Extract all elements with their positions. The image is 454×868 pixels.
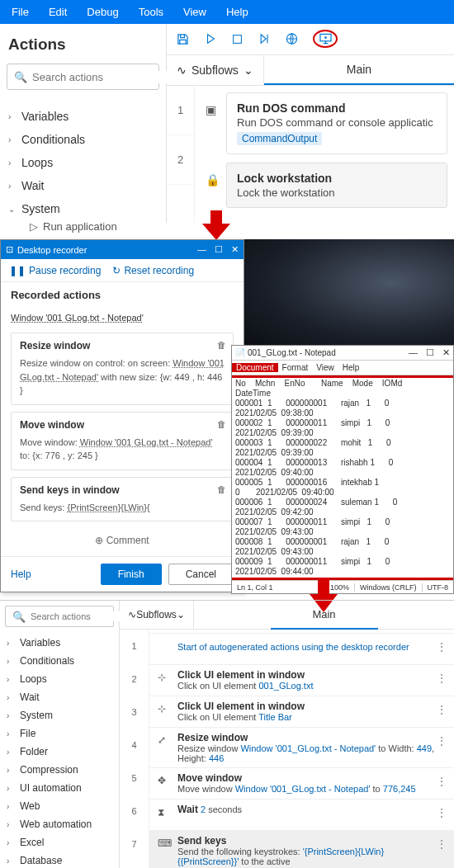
tree-folder[interactable]: ›Folder <box>5 743 114 761</box>
menu-edit[interactable]: Edit <box>49 6 67 18</box>
step-move-window[interactable]: ✥⋮Move windowMove window Window '001_GLo… <box>149 767 454 799</box>
tree-web-automation[interactable]: ›Web automation <box>5 815 114 833</box>
step-run-dos[interactable]: ▣ Run DOS command Run DOS command or con… <box>226 92 447 154</box>
tab-main[interactable]: Main <box>271 601 378 630</box>
step-click-ui-element-in-window[interactable]: ⊹⋮Click UI element in windowClick on UI … <box>149 664 454 696</box>
np-menu-document[interactable]: Document <box>232 363 278 372</box>
more-icon[interactable]: ⋮ <box>436 640 447 653</box>
delete-icon[interactable]: 🗑 <box>217 484 226 494</box>
search-icon: 🔍 <box>14 71 27 83</box>
tree-web[interactable]: ›Web <box>5 797 114 815</box>
bottom-panel: 🔍 ›Variables›Conditionals›Loops›Wait›Sys… <box>0 600 454 868</box>
web-recorder-icon[interactable] <box>286 33 298 45</box>
menubar: File Edit Debug Tools View Help <box>0 0 454 24</box>
step-icon: ⧗ <box>158 806 164 818</box>
notepad-text-area[interactable]: No Mchn EnNo Name Mode IOMd DateTime 000… <box>232 378 453 578</box>
more-icon[interactable]: ⋮ <box>436 806 447 819</box>
recorded-send-keys[interactable]: Send keys in window 🗑 Send keys: {PrintS… <box>11 477 234 522</box>
tree-system[interactable]: ›System <box>5 706 114 724</box>
plus-icon: ⊕ <box>95 535 103 546</box>
toolbar <box>167 24 454 55</box>
help-link[interactable]: Help <box>11 568 31 580</box>
annotation-arrow <box>202 210 230 240</box>
search-actions[interactable]: 🔍 <box>7 64 159 90</box>
step-wait[interactable]: ⧗⋮Wait 2 seconds <box>149 799 454 830</box>
desktop-recorder-icon[interactable] <box>319 33 332 45</box>
run-icon[interactable] <box>204 33 216 45</box>
save-icon[interactable] <box>177 33 189 45</box>
step-icon[interactable] <box>258 33 271 45</box>
output-variable[interactable]: CommandOutput <box>237 132 322 145</box>
search-input[interactable] <box>32 71 171 83</box>
recorded-resize-window[interactable]: Resize window 🗑 Resize window on control… <box>11 333 234 405</box>
tree-excel[interactable]: ›Excel <box>5 833 114 851</box>
pause-icon: ❚❚ <box>9 265 26 276</box>
tree-loops[interactable]: ›Loops <box>5 670 114 688</box>
step-number: 2 <box>167 135 194 185</box>
recorder-titlebar[interactable]: ⊡Desktop recorder ―☐✕ <box>1 240 244 259</box>
menu-view[interactable]: View <box>183 6 206 18</box>
maximize-icon[interactable]: ☐ <box>426 347 434 357</box>
delete-icon[interactable]: 🗑 <box>217 340 226 350</box>
minimize-icon[interactable]: ― <box>197 244 206 255</box>
step-resize-window[interactable]: ⤢⋮Resize windowResize window Window '001… <box>149 727 454 767</box>
step-number: 1 <box>167 86 194 135</box>
close-icon[interactable]: ✕ <box>231 244 239 255</box>
desktop-wallpaper <box>244 239 454 348</box>
stop-icon[interactable] <box>231 33 244 45</box>
pause-recording-button[interactable]: ❚❚Pause recording <box>9 265 101 276</box>
np-menu-help[interactable]: Help <box>338 363 364 372</box>
finish-button[interactable]: Finish <box>101 564 162 585</box>
notepad-icon: 📄 <box>235 348 245 357</box>
tree-wait[interactable]: ›Wait <box>5 688 114 706</box>
step-lock-workstation[interactable]: 🔒 Lock workstation Lock the workstation <box>226 163 447 208</box>
tree-run-application[interactable]: ▷Run application <box>7 220 159 233</box>
more-icon[interactable]: ⋮ <box>436 734 447 748</box>
tree-variables[interactable]: ›Variables <box>5 634 114 652</box>
step-send-keys[interactable]: ⌨⋮Send keysSend the following keystrokes… <box>149 830 454 868</box>
recorder-icon: ⊡ <box>6 244 13 255</box>
tree-compression[interactable]: ›Compression <box>5 761 114 779</box>
cancel-button[interactable]: Cancel <box>168 564 234 585</box>
search-actions-bottom[interactable]: 🔍 <box>5 606 114 627</box>
add-comment-button[interactable]: ⊕ Comment <box>11 528 234 553</box>
window-link[interactable]: Window '001 GLog.txt - Notepad' <box>11 309 144 326</box>
tree-variables[interactable]: ›Variables <box>7 105 159 128</box>
tree-file[interactable]: ›File <box>5 724 114 743</box>
notepad-titlebar[interactable]: 📄001_GLog.txt - Notepad ―☐✕ <box>232 346 453 361</box>
menu-tools[interactable]: Tools <box>139 6 163 18</box>
tab-main[interactable]: Main <box>264 55 454 86</box>
np-menu-format[interactable]: Format <box>278 363 313 372</box>
desktop-recorder-highlight <box>313 30 338 48</box>
recorded-move-window[interactable]: Move window 🗑 Move window: Window '001 G… <box>11 412 234 470</box>
recorded-actions-heading: Recorded actions <box>11 289 234 301</box>
svg-point-3 <box>324 36 327 39</box>
tree-wait[interactable]: ›Wait <box>7 174 159 197</box>
delete-icon[interactable]: 🗑 <box>217 419 226 429</box>
tree-loops[interactable]: ›Loops <box>7 151 159 174</box>
menu-help[interactable]: Help <box>226 6 248 18</box>
np-menu-view[interactable]: View <box>312 363 338 372</box>
tree-conditionals[interactable]: ›Conditionals <box>5 652 114 670</box>
minimize-icon[interactable]: ― <box>409 347 418 357</box>
reset-icon: ↻ <box>112 265 121 276</box>
tree-ui-automation[interactable]: ›UI automation <box>5 779 114 797</box>
close-icon[interactable]: ✕ <box>442 347 450 357</box>
chevron-down-icon: ⌄ <box>244 64 253 77</box>
more-icon[interactable]: ⋮ <box>436 837 447 851</box>
step-click-ui-element-in-window[interactable]: ⊹⋮Click UI element in windowClick on UI … <box>149 696 454 727</box>
menu-debug[interactable]: Debug <box>87 6 118 18</box>
step-comment[interactable]: ⋮Start of autogenerated actions using th… <box>149 633 454 664</box>
maximize-icon[interactable]: ☐ <box>215 244 223 255</box>
subflows-dropdown[interactable]: ∿ Subflows ⌄ <box>120 601 194 630</box>
more-icon[interactable]: ⋮ <box>436 672 447 685</box>
tree-conditionals[interactable]: ›Conditionals <box>7 128 159 151</box>
desktop-recorder-window: ⊡Desktop recorder ―☐✕ ❚❚Pause recording … <box>0 239 244 592</box>
menu-file[interactable]: File <box>12 6 29 18</box>
reset-recording-button[interactable]: ↻Reset recording <box>112 265 194 276</box>
more-icon[interactable]: ⋮ <box>436 703 447 716</box>
tree-database[interactable]: ›Database <box>5 851 114 868</box>
tree-system[interactable]: ⌄System <box>7 197 159 220</box>
subflows-dropdown[interactable]: ∿ Subflows ⌄ <box>167 55 264 86</box>
more-icon[interactable]: ⋮ <box>436 775 447 788</box>
